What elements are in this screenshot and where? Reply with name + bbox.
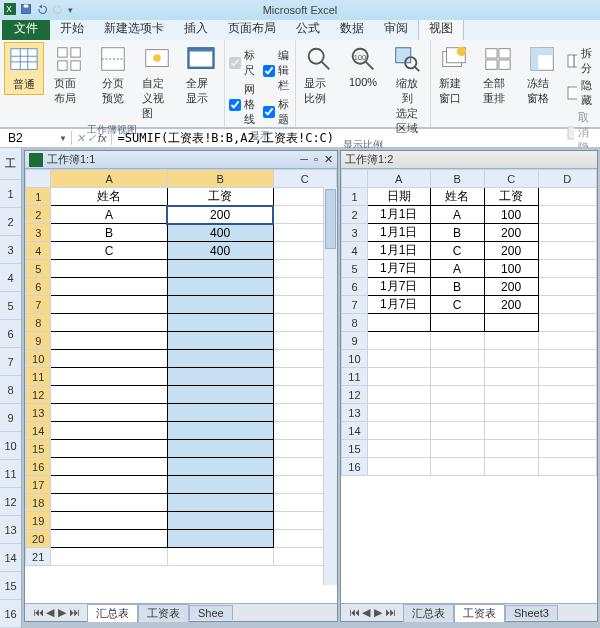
row-header[interactable]: 18 [26,494,51,512]
row-header[interactable]: 4 [342,242,368,260]
sheet-tab[interactable]: Shee [189,605,233,620]
window-1-titlebar[interactable]: 工作簿1:1 ─ ▫ ✕ [25,151,337,169]
cell[interactable] [51,440,167,458]
col-header[interactable]: D [538,170,596,188]
hundred-percent-button[interactable]: 100 100% [344,42,382,90]
cell[interactable] [51,512,167,530]
cell[interactable] [367,440,430,458]
cell[interactable] [538,332,596,350]
cell[interactable] [484,404,538,422]
row-header[interactable]: 21 [26,548,51,566]
outer-row-header[interactable]: 9 [0,404,21,432]
cell[interactable]: C [51,242,167,260]
row-header[interactable]: 6 [26,278,51,296]
sheet-tab[interactable]: 汇总表 [87,604,138,622]
cell[interactable] [167,278,273,296]
tab-data[interactable]: 数据 [330,17,374,40]
cell[interactable] [51,476,167,494]
row-header[interactable]: 12 [342,386,368,404]
tab-review[interactable]: 审阅 [374,17,418,40]
row-header[interactable]: 8 [26,314,51,332]
cell[interactable] [430,458,484,476]
row-header[interactable]: 16 [342,458,368,476]
cell[interactable] [51,368,167,386]
name-box[interactable]: B2▼ [0,131,72,145]
row-header[interactable]: 9 [342,332,368,350]
cell[interactable] [430,332,484,350]
cell[interactable] [51,260,167,278]
col-header[interactable]: B [167,170,273,188]
cell[interactable] [367,368,430,386]
custom-view-button[interactable]: 自定义视图 [138,42,176,123]
freeze-panes-button[interactable]: 冻结窗格 [523,42,561,108]
row-header[interactable]: 15 [26,440,51,458]
cell[interactable] [538,404,596,422]
formula-bar-checkbox[interactable]: 编辑栏 [263,48,291,93]
redo-icon[interactable] [52,3,64,17]
row-header[interactable]: 8 [342,314,368,332]
row-header[interactable]: 2 [342,206,368,224]
cell[interactable] [538,386,596,404]
row-header[interactable]: 13 [342,404,368,422]
grid-2[interactable]: ABCD1日期姓名工资21月1日A10031月1日B20041月1日C20051… [341,169,597,603]
col-header[interactable]: C [273,170,336,188]
tab-nav-prev-icon[interactable]: ◀ [361,606,371,619]
qat-dropdown-icon[interactable]: ▾ [68,5,73,15]
vertical-scrollbar[interactable] [323,187,337,585]
row-header[interactable]: 14 [342,422,368,440]
cell[interactable] [167,530,273,548]
sheet-tab[interactable]: 工资表 [454,604,505,622]
cell[interactable]: 工资 [167,188,273,206]
cell[interactable] [167,332,273,350]
cell[interactable] [367,458,430,476]
zoom-to-selection-button[interactable]: 缩放到 选定区域 [388,42,426,138]
formula-input[interactable]: =SUMIF(工资表!B:B,A2,工资表!C:C) [112,130,600,147]
cell[interactable] [167,314,273,332]
cell[interactable]: 1月7日 [367,260,430,278]
cell[interactable] [167,386,273,404]
cell[interactable] [484,332,538,350]
cell[interactable] [167,350,273,368]
row-header[interactable]: 17 [26,476,51,494]
window-2-titlebar[interactable]: 工作簿1:2 [341,151,597,169]
row-header[interactable]: 7 [342,296,368,314]
outer-row-header[interactable]: 2 [0,208,21,236]
cell[interactable] [484,368,538,386]
cell[interactable]: 200 [484,278,538,296]
cell[interactable] [167,512,273,530]
tab-nav-last-icon[interactable]: ⏭ [69,606,79,619]
row-header[interactable]: 10 [342,350,368,368]
cell[interactable] [430,422,484,440]
outer-row-header[interactable]: 12 [0,488,21,516]
cell[interactable] [538,224,596,242]
cell[interactable] [367,350,430,368]
row-header[interactable]: 3 [26,224,51,242]
cell[interactable] [167,404,273,422]
ruler-checkbox[interactable]: 标尺 [229,48,257,78]
cell[interactable] [484,440,538,458]
row-header[interactable]: 2 [26,206,51,224]
cell[interactable] [167,476,273,494]
cell[interactable]: B [51,224,167,242]
cell[interactable] [484,314,538,332]
outer-row-header[interactable]: 11 [0,460,21,488]
row-header[interactable]: 1 [342,188,368,206]
cell[interactable] [51,314,167,332]
row-header[interactable]: 15 [342,440,368,458]
row-header[interactable]: 16 [26,458,51,476]
cancel-icon[interactable]: ✕ [76,132,85,145]
gridlines-checkbox[interactable]: 网格线 [229,82,257,127]
maximize-icon[interactable]: ▫ [314,153,318,166]
confirm-icon[interactable]: ✓ [87,132,96,145]
outer-row-header[interactable]: 3 [0,236,21,264]
cell[interactable] [538,206,596,224]
fx-icon[interactable]: fx [98,132,107,144]
arrange-all-button[interactable]: 全部重排 [479,42,517,108]
cell[interactable] [367,314,430,332]
outer-row-header[interactable]: 6 [0,320,21,348]
chevron-down-icon[interactable]: ▼ [59,134,67,143]
headings-checkbox[interactable]: 标题 [263,97,291,127]
cell[interactable] [167,296,273,314]
row-header[interactable]: 11 [26,368,51,386]
grid-1[interactable]: ABC1姓名工资2A2003B4004C40056789101112131415… [25,169,337,603]
